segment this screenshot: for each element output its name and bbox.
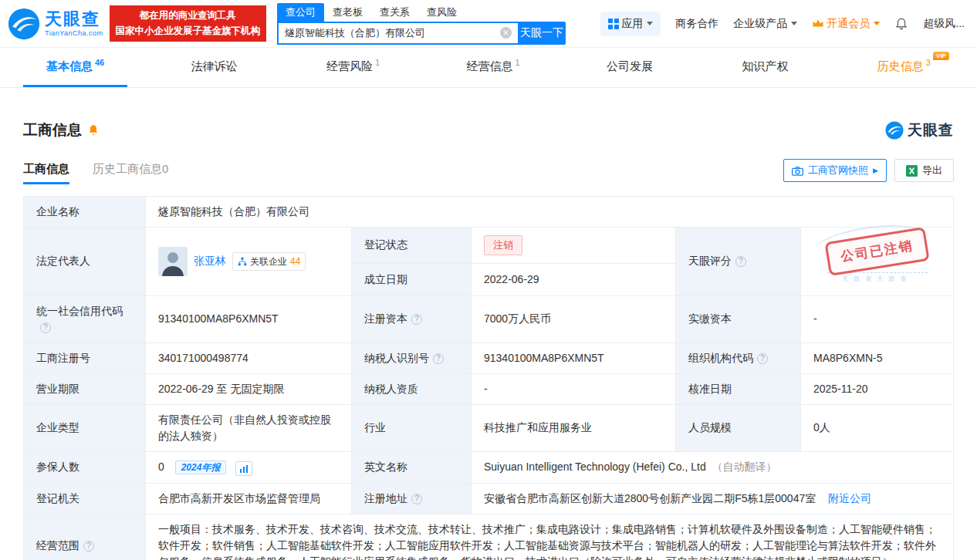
value-taxpayer-quality: - bbox=[472, 373, 676, 404]
label-business-term: 营业期限 bbox=[24, 373, 146, 404]
clear-search-icon[interactable]: ✕ bbox=[500, 27, 512, 39]
help-icon[interactable]: ? bbox=[40, 322, 51, 333]
slogan-line1: 都在用的商业查询工具 bbox=[116, 8, 261, 23]
menu-cooperation[interactable]: 商务合作 bbox=[675, 17, 718, 31]
tab-basic-info[interactable]: 基本信息 46 bbox=[23, 48, 127, 87]
search-input-box: ✕ bbox=[277, 22, 518, 45]
value-business-scope: 一般项目：技术服务、技术开发、技术咨询、技术交流、技术转让、技术推广；集成电路设… bbox=[146, 514, 954, 560]
help-icon[interactable]: ? bbox=[411, 314, 422, 325]
camera-icon bbox=[792, 166, 803, 176]
annual-report-badge[interactable]: 2024年报 bbox=[175, 460, 227, 474]
label-reg-capital: 注册资本? bbox=[352, 295, 472, 342]
label-reg-number: 工商注册号 bbox=[24, 342, 146, 373]
label-registry-authority: 登记机关 bbox=[24, 484, 146, 514]
value-registry-authority: 合肥市高新开发区市场监督管理局 bbox=[146, 484, 352, 514]
value-insured-count: 0 2024年报 bbox=[146, 451, 352, 484]
search-tabs: 查公司 查老板 查关系 查风险 bbox=[277, 3, 566, 22]
search-tab-boss[interactable]: 查老板 bbox=[324, 3, 371, 22]
label-approval-date: 核准日期 bbox=[676, 373, 801, 404]
help-icon[interactable]: ? bbox=[735, 256, 746, 267]
tab-company-development[interactable]: 公司发展 bbox=[583, 48, 678, 87]
cancelled-stamp-cell: 公司已注销 天眼查天眼查 bbox=[801, 228, 954, 296]
tab-count: 1 bbox=[516, 58, 520, 67]
help-icon[interactable]: ? bbox=[433, 353, 444, 364]
related-companies-badge[interactable]: 关联企业 44 bbox=[232, 252, 306, 271]
label-industry: 行业 bbox=[352, 404, 472, 451]
menu-vip[interactable]: 开通会员 bbox=[812, 17, 880, 31]
crown-icon bbox=[812, 19, 824, 29]
slogan-badge: 都在用的商业查询工具 国家中小企业发展子基金旗下机构 bbox=[110, 5, 267, 42]
label-taxpayer-id: 纳税人识别号? bbox=[352, 342, 472, 373]
apps-menu[interactable]: 应用 bbox=[600, 12, 661, 36]
search-input[interactable] bbox=[285, 27, 500, 39]
tab-operating-info[interactable]: 经营信息 1 bbox=[444, 48, 543, 87]
search-button[interactable]: 天眼一下 bbox=[518, 22, 566, 45]
tab-legal-lawsuits[interactable]: 法律诉讼 bbox=[168, 48, 263, 87]
official-snapshot-button[interactable]: 工商官网快照 ▶ bbox=[783, 159, 887, 182]
search-area: 查公司 查老板 查关系 查风险 ✕ 天眼一下 bbox=[277, 3, 566, 45]
tianyancha-logo[interactable]: 天眼查 TianYanCha.com bbox=[8, 8, 103, 40]
value-company-name: 燧原智能科技（合肥）有限公司 bbox=[146, 197, 954, 228]
help-icon[interactable]: ? bbox=[757, 353, 768, 364]
label-company-type: 企业类型 bbox=[24, 404, 146, 451]
label-reg-status: 登记状态 bbox=[352, 228, 472, 264]
nearby-companies-link[interactable]: 附近公司 bbox=[828, 492, 871, 504]
tab-label: 经营信息 bbox=[467, 59, 513, 74]
apps-grid-icon bbox=[608, 19, 619, 29]
subtab-history-business-info[interactable]: 历史工商信息0 bbox=[93, 162, 168, 184]
value-reg-capital: 7000万人民币 bbox=[472, 295, 676, 342]
search-tab-relation[interactable]: 查关系 bbox=[371, 3, 418, 22]
vip-badge: VIP bbox=[933, 52, 949, 60]
value-address: 安徽省合肥市高新区创新大道2800号创新产业园二期F5栋1层00047室 附近公… bbox=[472, 484, 954, 514]
tab-intellectual-property[interactable]: 知识产权 bbox=[718, 48, 813, 87]
chevron-down-icon bbox=[874, 22, 880, 25]
tab-label: 知识产权 bbox=[742, 59, 788, 74]
label-tianyan-score: 天眼评分? bbox=[676, 228, 801, 296]
label-legal-rep: 法定代表人 bbox=[24, 228, 146, 296]
value-reg-number: 340171000498774 bbox=[146, 342, 352, 373]
value-org-code: MA8P6XMN-5 bbox=[801, 342, 954, 373]
label-staff-size: 人员规模 bbox=[676, 404, 801, 451]
value-established: 2022-06-29 bbox=[472, 263, 676, 295]
legal-rep-link[interactable]: 张亚林 bbox=[194, 253, 226, 269]
search-tab-company[interactable]: 查公司 bbox=[277, 3, 324, 22]
tab-operating-risk[interactable]: 经营风险 1 bbox=[303, 48, 403, 87]
slogan-line2: 国家中小企业发展子基金旗下机构 bbox=[116, 24, 261, 39]
tab-label: 经营风险 bbox=[326, 59, 373, 74]
status-badge: 注销 bbox=[484, 235, 522, 255]
legal-rep-photo[interactable] bbox=[158, 247, 188, 276]
value-company-type: 有限责任公司（非自然人投资或控股的法人独资） bbox=[146, 404, 352, 451]
company-cancelled-stamp: 公司已注销 bbox=[824, 227, 929, 275]
value-paid-capital: - bbox=[801, 295, 954, 342]
label-english-name: 英文名称 bbox=[352, 451, 472, 484]
subtab-business-info[interactable]: 工商信息 bbox=[23, 162, 69, 184]
main-content: 工商信息 天眼查 工商信息 历史工商信息0 工商官网快照 ▶ 导出 bbox=[0, 120, 977, 560]
search-tab-risk[interactable]: 查风险 bbox=[418, 3, 465, 22]
subscribe-bell-icon[interactable] bbox=[87, 124, 100, 137]
label-credit-code: 统一社会信用代码? bbox=[24, 295, 146, 342]
tab-label: 历史信息 bbox=[877, 59, 924, 74]
menu-super-risk[interactable]: 超级风... bbox=[923, 17, 965, 31]
label-taxpayer-quality: 纳税人资质 bbox=[352, 373, 472, 404]
value-credit-code: 91340100MA8P6XMN5T bbox=[146, 295, 352, 342]
value-legal-rep: 张亚林 关联企业 44 bbox=[146, 228, 352, 296]
auto-translate-note: （自动翻译） bbox=[712, 460, 777, 473]
tab-label: 基本信息 bbox=[46, 59, 93, 74]
export-button[interactable]: 导出 bbox=[894, 159, 954, 182]
monitor-trend-icon[interactable] bbox=[235, 461, 252, 476]
chevron-down-icon bbox=[791, 22, 797, 25]
tab-label: 法律诉讼 bbox=[191, 59, 238, 74]
value-english-name: Suiyuan Intelligent Technology (Hefei) C… bbox=[472, 451, 954, 484]
menu-enterprise[interactable]: 企业级产品 bbox=[733, 17, 797, 31]
value-taxpayer-id: 91340100MA8P6XMN5T bbox=[472, 342, 676, 373]
label-paid-capital: 实缴资本 bbox=[676, 295, 801, 342]
tab-history-info[interactable]: 历史信息 3 VIP bbox=[854, 48, 954, 87]
notification-bell-icon[interactable] bbox=[894, 17, 908, 31]
top-header: 天眼查 TianYanCha.com 都在用的商业查询工具 国家中小企业发展子基… bbox=[0, 0, 977, 48]
help-icon[interactable]: ? bbox=[83, 541, 94, 552]
tianyancha-watermark-logo: 天眼查 bbox=[885, 120, 954, 140]
tab-count: 1 bbox=[375, 58, 380, 67]
value-reg-status: 注销 bbox=[472, 228, 676, 264]
tab-label: 公司发展 bbox=[607, 59, 653, 74]
help-icon[interactable]: ? bbox=[411, 494, 422, 504]
